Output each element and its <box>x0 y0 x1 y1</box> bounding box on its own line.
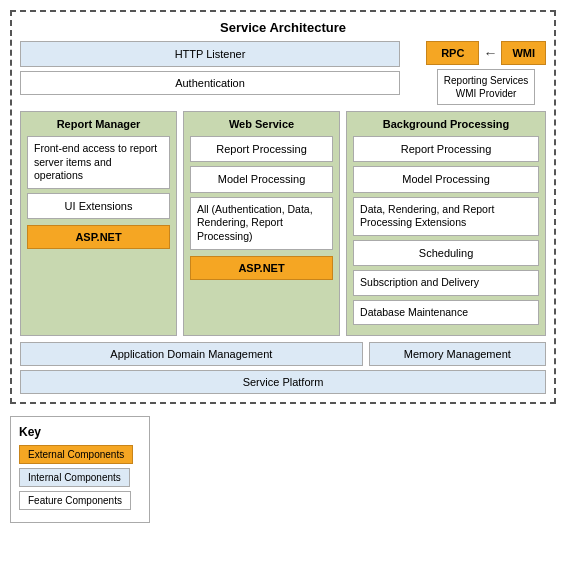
rm-aspnet: ASP.NET <box>27 225 170 249</box>
wmi-provider-box: Reporting Services WMI Provider <box>437 69 535 105</box>
key-external-box: External Components <box>19 445 133 464</box>
ws-aspnet: ASP.NET <box>190 256 333 280</box>
key-item-external: External Components <box>19 445 141 464</box>
ws-comp-2: Model Processing <box>190 166 333 192</box>
rm-comp-1: Front-end access to report server items … <box>27 136 170 189</box>
bg-comp-3: Data, Rendering, and Report Processing E… <box>353 197 539 236</box>
ws-comp-3: All (Authentication, Data, Rendering, Re… <box>190 197 333 250</box>
http-listener-box: HTTP Listener <box>20 41 400 67</box>
key-feature-box: Feature Components <box>19 491 131 510</box>
web-service-title: Web Service <box>190 118 333 130</box>
columns-row: Report Manager Front-end access to repor… <box>20 111 546 336</box>
ws-comp-1: Report Processing <box>190 136 333 162</box>
bg-comp-6: Database Maintenance <box>353 300 539 326</box>
memory-bar: Memory Management <box>369 342 546 366</box>
rpc-box: RPC <box>426 41 479 65</box>
diagram-title: Service Architecture <box>20 20 546 35</box>
wmi-box: WMI <box>501 41 546 65</box>
key-item-internal: Internal Components <box>19 468 141 487</box>
key-item-feature: Feature Components <box>19 491 141 510</box>
app-domain-bar: Application Domain Management <box>20 342 363 366</box>
bg-comp-2: Model Processing <box>353 166 539 192</box>
key-title: Key <box>19 425 141 439</box>
report-manager-column: Report Manager Front-end access to repor… <box>20 111 177 336</box>
rm-comp-2: UI Extensions <box>27 193 170 219</box>
key-internal-box: Internal Components <box>19 468 130 487</box>
background-processing-column: Background Processing Report Processing … <box>346 111 546 336</box>
service-platform-bar: Service Platform <box>20 370 546 394</box>
authentication-box: Authentication <box>20 71 400 95</box>
top-section: HTTP Listener Authentication RPC ← WMI R… <box>20 41 546 105</box>
key-section: Key External Components Internal Compone… <box>10 416 150 523</box>
right-top: RPC ← WMI Reporting Services WMI Provide… <box>426 41 546 105</box>
web-service-column: Web Service Report Processing Model Proc… <box>183 111 340 336</box>
bg-comp-4: Scheduling <box>353 240 539 266</box>
arrow-icon: ← <box>483 45 497 61</box>
bg-comp-5: Subscription and Delivery <box>353 270 539 296</box>
bottom-bars: Application Domain Management Memory Man… <box>20 342 546 366</box>
main-diagram: Service Architecture HTTP Listener Authe… <box>10 10 556 404</box>
left-top: HTTP Listener Authentication <box>20 41 418 101</box>
rpc-wmi-row: RPC ← WMI <box>426 41 546 65</box>
bg-title: Background Processing <box>353 118 539 130</box>
report-manager-title: Report Manager <box>27 118 170 130</box>
bg-comp-1: Report Processing <box>353 136 539 162</box>
